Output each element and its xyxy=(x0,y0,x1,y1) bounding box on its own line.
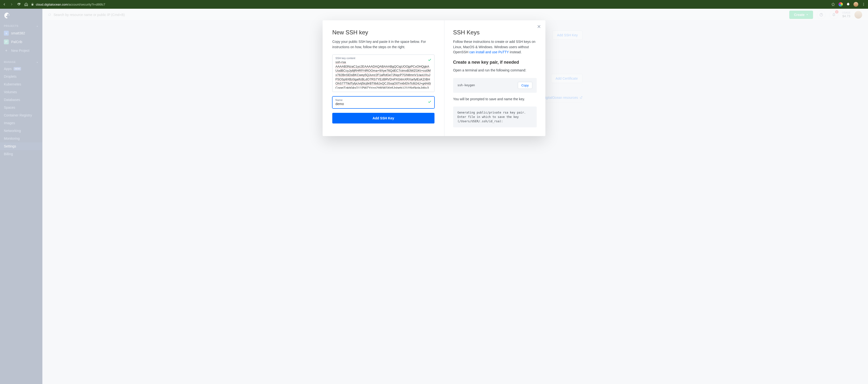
extensions-icon[interactable] xyxy=(846,2,850,6)
svg-point-1 xyxy=(863,4,864,5)
lock-icon xyxy=(31,3,34,6)
close-icon[interactable]: ✕ xyxy=(537,24,541,30)
modal-form: New SSH key Copy your public SSH key and… xyxy=(322,20,444,136)
command-block: ssh-keygen Copy xyxy=(453,78,537,93)
help-after-command: You will be prompted to save and name th… xyxy=(453,97,537,102)
modal-instructions: Copy your public SSH key and paste it in… xyxy=(332,39,434,50)
field-label: Name xyxy=(335,99,431,101)
browser-nav xyxy=(2,2,28,6)
url-host: cloud.digitalocean.com xyxy=(36,3,68,6)
help-step-title: Create a new key pair, if needed xyxy=(453,60,537,65)
putty-link[interactable]: can install and use PuTTY xyxy=(469,50,509,54)
browser-chrome: cloud.digitalocean.com/account/security?… xyxy=(0,0,868,9)
svg-point-2 xyxy=(863,5,864,6)
modal-help: SSH Keys Follow these instructions to cr… xyxy=(444,20,546,136)
valid-check-icon xyxy=(428,58,431,62)
help-title: SSH Keys xyxy=(453,29,537,36)
browser-right-controls xyxy=(831,2,866,7)
url-bar[interactable]: cloud.digitalocean.com/account/security?… xyxy=(31,3,828,6)
profile-avatar-icon[interactable] xyxy=(854,2,858,7)
extension-icon[interactable] xyxy=(838,2,843,6)
forward-icon[interactable] xyxy=(10,2,13,6)
command-text: ssh-keygen xyxy=(458,84,475,87)
ssh-key-name-field[interactable]: Name xyxy=(332,96,434,108)
help-intro: Follow these instructions to create or a… xyxy=(453,39,537,55)
modal-overlay: ✕ New SSH key Copy your public SSH key a… xyxy=(0,9,868,384)
back-icon[interactable] xyxy=(2,2,6,6)
ssh-key-name-input[interactable] xyxy=(335,102,431,106)
app-root: PROJECTS s smatt382 P PalCrib + New Proj… xyxy=(0,9,868,384)
field-label: SSH key content xyxy=(335,57,431,60)
help-step-desc: Open a terminal and run the following co… xyxy=(453,68,537,73)
add-ssh-key-submit[interactable]: Add SSH Key xyxy=(332,113,434,124)
url-path: /account/security?i=d86fc7 xyxy=(68,3,105,6)
more-icon[interactable] xyxy=(862,2,866,6)
modal-title: New SSH key xyxy=(332,29,434,36)
home-icon[interactable] xyxy=(24,2,28,6)
command-output: Generating public/private rsa key pair. … xyxy=(453,106,537,127)
svg-point-0 xyxy=(863,3,864,3)
copy-button[interactable]: Copy xyxy=(518,82,532,89)
ssh-key-textarea[interactable] xyxy=(335,60,431,89)
star-icon[interactable] xyxy=(831,2,835,6)
valid-check-icon xyxy=(428,100,431,104)
ssh-key-modal: ✕ New SSH key Copy your public SSH key a… xyxy=(322,20,546,136)
reload-icon[interactable] xyxy=(17,2,21,6)
ssh-key-content-field[interactable]: SSH key content xyxy=(332,55,434,92)
